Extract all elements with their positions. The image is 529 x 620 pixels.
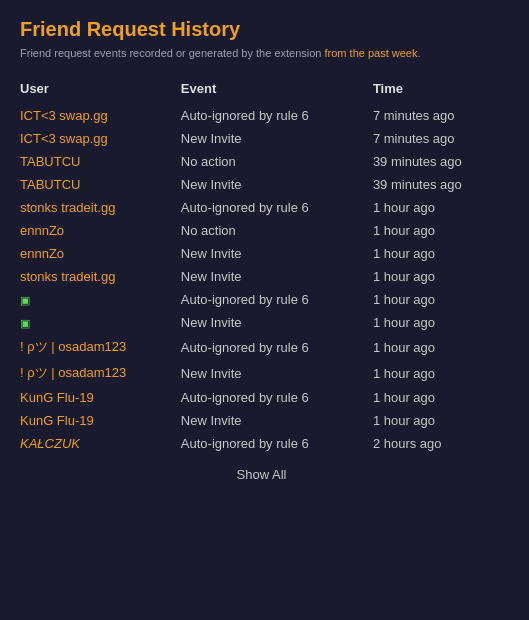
table-row: TABUTCUNew Invite39 minutes ago: [20, 173, 509, 196]
table-row: ▣Auto-ignored by rule 61 hour ago: [20, 288, 509, 311]
history-table: User Event Time ICT<3 swap.ggAuto-ignore…: [20, 77, 509, 486]
col-header-time: Time: [373, 77, 509, 104]
time-cell: 1 hour ago: [373, 409, 509, 432]
time-cell: 1 hour ago: [373, 242, 509, 265]
time-cell: 1 hour ago: [373, 386, 509, 409]
table-row: KunG Flu-19New Invite1 hour ago: [20, 409, 509, 432]
user-cell[interactable]: stonks tradeit.gg: [20, 265, 181, 288]
user-cell[interactable]: TABUTCU: [20, 173, 181, 196]
user-cell[interactable]: stonks tradeit.gg: [20, 196, 181, 219]
event-cell: New Invite: [181, 311, 373, 334]
event-cell: Auto-ignored by rule 6: [181, 334, 373, 360]
event-cell: New Invite: [181, 265, 373, 288]
show-all-button[interactable]: Show All: [237, 467, 287, 482]
table-row: ICT<3 swap.ggNew Invite7 minutes ago: [20, 127, 509, 150]
event-cell: Auto-ignored by rule 6: [181, 196, 373, 219]
time-cell: 1 hour ago: [373, 311, 509, 334]
time-cell: 1 hour ago: [373, 288, 509, 311]
table-row: KAŁCZUKAuto-ignored by rule 62 hours ago: [20, 432, 509, 455]
table-row: ! ρツ | osadam123Auto-ignored by rule 61 …: [20, 334, 509, 360]
user-cell[interactable]: ! ρツ | osadam123: [20, 360, 181, 386]
table-row: stonks tradeit.ggAuto-ignored by rule 61…: [20, 196, 509, 219]
user-cell[interactable]: ! ρツ | osadam123: [20, 334, 181, 360]
time-cell: 1 hour ago: [373, 360, 509, 386]
col-header-event: Event: [181, 77, 373, 104]
time-cell: 7 minutes ago: [373, 104, 509, 127]
event-cell: New Invite: [181, 242, 373, 265]
time-cell: 2 hours ago: [373, 432, 509, 455]
user-cell[interactable]: ennnZo: [20, 219, 181, 242]
show-all-cell: Show All: [20, 455, 509, 486]
time-cell: 1 hour ago: [373, 219, 509, 242]
table-row: ennnZoNew Invite1 hour ago: [20, 242, 509, 265]
event-cell: Auto-ignored by rule 6: [181, 288, 373, 311]
show-all-row: Show All: [20, 455, 509, 486]
table-row: stonks tradeit.ggNew Invite1 hour ago: [20, 265, 509, 288]
event-cell: Auto-ignored by rule 6: [181, 104, 373, 127]
event-cell: No action: [181, 150, 373, 173]
user-cell[interactable]: TABUTCU: [20, 150, 181, 173]
table-row: KunG Flu-19Auto-ignored by rule 61 hour …: [20, 386, 509, 409]
user-cell[interactable]: ▣: [20, 311, 181, 334]
time-cell: 1 hour ago: [373, 265, 509, 288]
time-cell: 1 hour ago: [373, 196, 509, 219]
page-title: Friend Request History: [20, 18, 509, 41]
time-cell: 39 minutes ago: [373, 150, 509, 173]
time-cell: 7 minutes ago: [373, 127, 509, 150]
time-cell: 1 hour ago: [373, 334, 509, 360]
table-row: ! ρツ | osadam123New Invite1 hour ago: [20, 360, 509, 386]
user-cell[interactable]: ICT<3 swap.gg: [20, 104, 181, 127]
user-cell[interactable]: ▣: [20, 288, 181, 311]
event-cell: New Invite: [181, 360, 373, 386]
col-header-user: User: [20, 77, 181, 104]
event-cell: Auto-ignored by rule 6: [181, 386, 373, 409]
table-row: ▣New Invite1 hour ago: [20, 311, 509, 334]
event-cell: Auto-ignored by rule 6: [181, 432, 373, 455]
time-cell: 39 minutes ago: [373, 173, 509, 196]
user-cell[interactable]: ICT<3 swap.gg: [20, 127, 181, 150]
event-cell: New Invite: [181, 409, 373, 432]
user-cell[interactable]: KunG Flu-19: [20, 409, 181, 432]
table-row: ICT<3 swap.ggAuto-ignored by rule 67 min…: [20, 104, 509, 127]
page-subtitle: Friend request events recorded or genera…: [20, 47, 509, 59]
table-row: ennnZoNo action1 hour ago: [20, 219, 509, 242]
event-cell: New Invite: [181, 173, 373, 196]
event-cell: New Invite: [181, 127, 373, 150]
user-cell[interactable]: KAŁCZUK: [20, 432, 181, 455]
user-cell[interactable]: ennnZo: [20, 242, 181, 265]
table-row: TABUTCUNo action39 minutes ago: [20, 150, 509, 173]
user-cell[interactable]: KunG Flu-19: [20, 386, 181, 409]
event-cell: No action: [181, 219, 373, 242]
